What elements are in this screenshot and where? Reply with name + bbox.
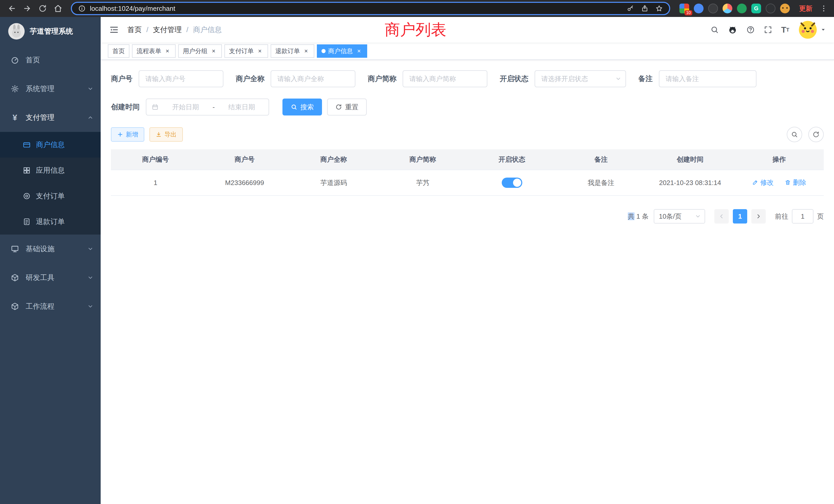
next-page-button[interactable] (751, 209, 766, 224)
breadcrumb-home[interactable]: 首页 (127, 25, 142, 35)
cell-merchant-id: 1 (111, 170, 200, 196)
breadcrumb-payment[interactable]: 支付管理 (153, 25, 182, 35)
address-bar[interactable]: localhost:1024/pay/merchant (71, 2, 670, 15)
extension-icon[interactable] (780, 4, 790, 13)
refresh-icon (812, 131, 820, 138)
close-icon[interactable]: × (355, 47, 363, 55)
reset-button[interactable]: 重置 (327, 98, 367, 115)
gear-icon (10, 85, 20, 93)
toggle-search-button[interactable] (787, 127, 802, 142)
edit-button[interactable]: 修改 (752, 178, 774, 187)
close-icon[interactable]: × (210, 47, 217, 55)
sidebar-item-merchant-info[interactable]: 商户信息 (0, 132, 101, 158)
sidebar-item-workflow[interactable]: 工作流程 (0, 292, 101, 321)
github-icon (728, 25, 738, 35)
reset-button-label: 重置 (345, 102, 358, 112)
sidebar-item-label: 研发工具 (26, 273, 54, 282)
font-size-button[interactable]: TT (781, 26, 789, 34)
extension-icon[interactable] (723, 4, 732, 13)
site-info-icon[interactable] (78, 5, 86, 12)
pagination: 共 1 条 10条/页 1 前往 页 (111, 209, 824, 224)
chevron-down-icon (615, 76, 621, 82)
page-size-select[interactable]: 10条/页 (654, 209, 705, 224)
refresh-table-button[interactable] (808, 127, 824, 142)
export-button[interactable]: 导出 (150, 127, 183, 142)
download-icon (156, 131, 162, 138)
sidebar-collapse-button[interactable] (109, 25, 119, 35)
merchant-no-input[interactable] (139, 70, 223, 87)
bookmark-star-icon[interactable] (655, 5, 663, 12)
extensions-row: 10 G (679, 4, 790, 13)
status-select[interactable]: 请选择开启状态 (534, 70, 626, 87)
forward-arrow-icon (23, 4, 32, 13)
chevron-right-icon (756, 213, 761, 219)
add-button[interactable]: 新增 (111, 127, 144, 142)
box-icon (10, 273, 20, 282)
sidebar-item-refund-orders[interactable]: 退款订单 (0, 209, 101, 234)
sidebar-item-dev-tools[interactable]: 研发工具 (0, 263, 101, 292)
extension-icon[interactable] (766, 4, 775, 13)
status-toggle[interactable] (502, 178, 522, 188)
sidebar-item-infrastructure[interactable]: 基础设施 (0, 234, 101, 263)
full-name-input[interactable] (271, 70, 355, 87)
browser-back-button[interactable] (5, 2, 19, 15)
add-button-label: 新增 (126, 130, 138, 139)
sidebar-item-label: 支付管理 (26, 113, 54, 122)
tab-user-group[interactable]: 用户分组 × (178, 44, 222, 58)
cell-actions: 修改 删除 (734, 170, 824, 196)
close-icon[interactable]: × (164, 47, 171, 55)
browser-update-button[interactable]: 更新 (799, 4, 812, 13)
logo-rabbit-avatar (8, 23, 25, 40)
user-menu[interactable] (798, 20, 826, 40)
close-icon[interactable]: × (256, 47, 263, 55)
tab-merchant-info[interactable]: 商户信息 × (317, 44, 367, 58)
extension-icon[interactable] (694, 4, 704, 13)
password-key-icon[interactable] (627, 5, 634, 12)
tab-label: 退款订单 (275, 47, 300, 55)
tab-refund-orders[interactable]: 退款订单 × (271, 44, 314, 58)
close-icon[interactable]: × (303, 47, 310, 55)
browser-home-button[interactable] (51, 2, 65, 15)
extension-icon[interactable] (708, 4, 718, 13)
share-icon[interactable] (641, 5, 649, 12)
delete-button[interactable]: 删除 (785, 178, 806, 187)
sidebar-item-label: 首页 (26, 55, 40, 65)
extension-icon[interactable]: 10 (679, 4, 689, 13)
create-time-range-picker[interactable]: 开始日期 - 结束日期 (146, 98, 269, 115)
browser-reload-button[interactable] (36, 2, 49, 15)
sidebar-item-pay-orders[interactable]: 支付订单 (0, 183, 101, 209)
goto-page-input[interactable] (792, 209, 813, 224)
fullscreen-button[interactable] (764, 25, 772, 34)
tab-pay-orders[interactable]: 支付订单 × (224, 44, 268, 58)
short-name-input[interactable] (403, 70, 487, 87)
github-link[interactable] (728, 25, 738, 35)
search-button[interactable]: 搜索 (282, 98, 322, 115)
sidebar-item-payment[interactable]: ¥ 支付管理 (0, 103, 101, 132)
sidebar-item-app-info[interactable]: 应用信息 (0, 158, 101, 183)
extension-icon[interactable]: G (751, 4, 761, 13)
home-icon (53, 4, 63, 13)
url-text[interactable]: localhost:1024/pay/merchant (90, 5, 175, 13)
search-icon (291, 104, 297, 110)
extension-icon[interactable] (737, 4, 747, 13)
remark-input[interactable] (659, 70, 756, 87)
app-logo[interactable]: 芋道管理系统 (0, 17, 101, 46)
tab-process-form[interactable]: 流程表单 × (132, 44, 176, 58)
refresh-icon (335, 104, 342, 110)
browser-forward-button[interactable] (21, 2, 34, 15)
prev-page-button[interactable] (714, 209, 729, 224)
browser-menu-button[interactable] (818, 4, 829, 13)
sidebar-item-home[interactable]: 首页 (0, 46, 101, 74)
header-search-button[interactable] (710, 25, 719, 34)
payment-submenu: 商户信息 应用信息 支付订单 退款订单 (0, 132, 101, 234)
tab-home[interactable]: 首页 (108, 44, 129, 58)
filter-row-2: 创建时间 开始日期 - 结束日期 搜索 (111, 98, 824, 115)
filter-create-time: 创建时间 开始日期 - 结束日期 (111, 98, 269, 115)
filter-merchant-no: 商户号 (111, 70, 223, 87)
page-number-1[interactable]: 1 (733, 209, 747, 224)
sidebar-item-system[interactable]: 系统管理 (0, 74, 101, 103)
docs-help-button[interactable] (746, 25, 755, 34)
page-size-value: 10条/页 (659, 212, 681, 221)
chevron-left-icon (719, 213, 724, 219)
top-navbar: 首页 / 支付管理 / 商户信息 商户列表 (101, 17, 834, 43)
